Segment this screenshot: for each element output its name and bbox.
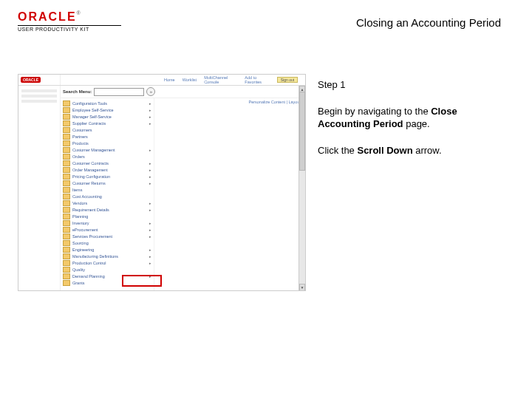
chevron-right-icon: ▸ — [149, 228, 151, 232]
nav-menu-item[interactable]: Production Control▸ — [63, 259, 151, 266]
nav-menu-item[interactable]: Customer Contracts▸ — [63, 160, 151, 166]
nav-menu-item[interactable]: Requirement Details▸ — [63, 206, 151, 213]
step-intro: Begin by navigating to the Close Account… — [318, 105, 504, 131]
nav-menu-item[interactable]: Items — [63, 186, 151, 193]
nav-menu-item[interactable]: Inventory▸ — [63, 219, 151, 226]
folder-icon — [63, 127, 70, 133]
folder-icon — [63, 194, 70, 200]
nav-menu: Configuration Tools▸Employee Self-Servic… — [61, 98, 154, 291]
folder-icon — [63, 107, 70, 113]
nav-menu-item[interactable]: Planning — [63, 213, 151, 219]
folder-icon — [63, 220, 70, 226]
chevron-right-icon: ▸ — [149, 174, 151, 179]
chevron-right-icon: ▸ — [149, 121, 151, 126]
app-topbar: ORACLE Home Worklist MultiChannel Consol… — [18, 75, 305, 86]
nav-menu-item[interactable]: Supplier Contracts▸ — [63, 120, 151, 126]
scroll-track[interactable] — [299, 92, 305, 285]
app-screenshot: ORACLE Home Worklist MultiChannel Consol… — [18, 74, 306, 291]
folder-icon — [63, 253, 70, 259]
app-brand-bar: ORACLE — [18, 75, 61, 85]
nav-menu-item[interactable]: Customers — [63, 126, 151, 133]
leftcol-placeholder — [21, 89, 57, 92]
nav-menu-item[interactable]: Grants — [63, 279, 151, 286]
nav-menu-item-label: Customer Contracts — [72, 161, 147, 166]
folder-icon — [63, 273, 70, 279]
nav-menu-item[interactable]: Pricing Configuration▸ — [63, 173, 151, 180]
nav-menu-item[interactable]: eProcurement▸ — [63, 226, 151, 233]
oracle-wordmark: ORACLE — [18, 10, 77, 24]
chevron-right-icon: ▸ — [149, 101, 151, 106]
nav-menu-item[interactable]: Cost Accounting — [63, 193, 151, 200]
nav-menu-item-label: Customer Returns — [72, 181, 147, 185]
top-links: Home Worklist MultiChannel Console Add t… — [61, 75, 270, 85]
top-link-home[interactable]: Home — [164, 78, 175, 82]
nav-menu-item-label: Planning — [72, 214, 151, 219]
search-row: Search Menu: » — [61, 86, 305, 98]
nav-menu-item[interactable]: Products — [63, 140, 151, 146]
nav-menu-item-label: Orders — [72, 154, 151, 159]
chevron-right-icon: ▸ — [149, 248, 151, 252]
folder-icon — [63, 180, 70, 186]
nav-menu-item-label: Vendors — [72, 201, 147, 205]
signout-button[interactable]: Sign out — [277, 77, 298, 83]
nav-menu-item-label: Employee Self-Service — [72, 108, 147, 112]
nav-menu-item[interactable]: Configuration Tools▸ — [63, 100, 151, 106]
search-input[interactable] — [94, 88, 144, 96]
nav-menu-item[interactable]: Partners — [63, 133, 151, 140]
top-link-worklist[interactable]: Worklist — [183, 78, 197, 82]
folder-icon — [63, 187, 70, 193]
left-column — [18, 86, 61, 291]
nav-menu-item[interactable]: Demand Planning▸ — [63, 273, 151, 279]
chevron-right-icon: ▸ — [149, 168, 151, 172]
nav-menu-item-label: eProcurement — [72, 228, 147, 232]
folder-icon — [63, 247, 70, 253]
nav-menu-item[interactable]: Customer Management▸ — [63, 146, 151, 153]
nav-menu-item-label: Sourcing — [72, 241, 151, 245]
step-intro-suffix: page. — [403, 118, 430, 129]
search-go-button[interactable]: » — [146, 87, 155, 96]
folder-icon — [63, 140, 70, 146]
scroll-down-button[interactable]: ▼ — [299, 284, 305, 291]
content-row: Configuration Tools▸Employee Self-Servic… — [61, 98, 305, 291]
personalize-link[interactable]: Personalize Content | Layout — [248, 100, 301, 104]
nav-menu-item-label: Products — [72, 141, 151, 146]
nav-menu-item[interactable]: Orders — [63, 153, 151, 160]
folder-icon — [63, 147, 70, 153]
folder-icon — [63, 100, 70, 106]
step-action-prefix: Click the — [318, 145, 357, 156]
nav-menu-item-label: Items — [72, 188, 151, 192]
nav-menu-item[interactable]: Employee Self-Service▸ — [63, 106, 151, 113]
nav-menu-item[interactable]: Manufacturing Definitions▸ — [63, 253, 151, 259]
vertical-scrollbar: ▲ ▼ — [299, 86, 305, 291]
nav-menu-item[interactable]: Sourcing — [63, 239, 151, 246]
chevron-right-icon: ▸ — [149, 148, 151, 152]
folder-icon — [63, 260, 70, 266]
nav-menu-item[interactable]: Customer Returns▸ — [63, 180, 151, 186]
step-label: Step 1 — [318, 78, 504, 92]
chevron-right-icon: ▸ — [149, 208, 151, 212]
folder-icon — [63, 154, 70, 160]
nav-menu-item[interactable]: Quality — [63, 266, 151, 273]
nav-menu-item-label: Engineering — [72, 248, 147, 252]
slide: ORACLE® USER PRODUCTIVITY KIT Closing an… — [0, 0, 532, 399]
step-intro-prefix: Begin by navigating to the — [318, 106, 431, 117]
app-body: Search Menu: » Configuration Tools▸Emplo… — [18, 86, 305, 291]
step-action-bold: Scroll Down — [357, 145, 412, 156]
nav-menu-item-label: Production Control — [72, 261, 147, 265]
nav-menu-item-label: Demand Planning — [72, 274, 147, 279]
app-brand-pill: ORACLE — [21, 77, 41, 83]
nav-menu-item-label: Services Procurement — [72, 234, 147, 239]
instruction-panel: Step 1 Begin by navigating to the Close … — [318, 78, 504, 170]
folder-icon — [63, 174, 70, 180]
top-link-console[interactable]: MultiChannel Console — [204, 75, 237, 84]
scroll-thumb[interactable] — [299, 92, 305, 171]
nav-menu-item[interactable]: Engineering▸ — [63, 246, 151, 253]
nav-menu-item-label: Customers — [72, 128, 151, 132]
nav-menu-item[interactable]: Manager Self-Service▸ — [63, 113, 151, 120]
nav-menu-item[interactable]: Vendors▸ — [63, 200, 151, 206]
nav-menu-item-label: Pricing Configuration — [72, 174, 147, 179]
nav-menu-item[interactable]: Services Procurement▸ — [63, 233, 151, 239]
top-link-favorites[interactable]: Add to Favorites — [245, 75, 270, 84]
nav-menu-item[interactable]: Order Management▸ — [63, 166, 151, 173]
folder-icon — [63, 280, 70, 286]
